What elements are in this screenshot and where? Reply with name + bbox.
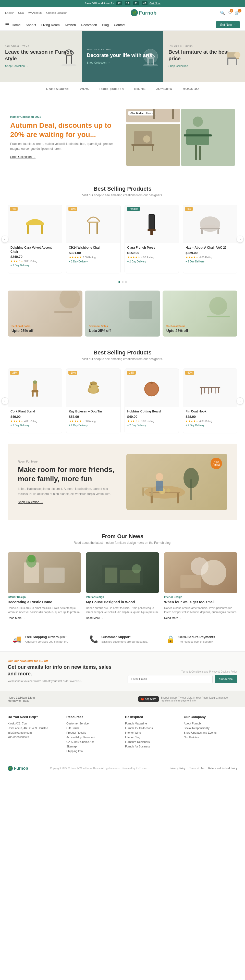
hamburger-icon[interactable]: ☰ [5,22,9,28]
news-link-3[interactable]: Read More → [164,616,237,619]
bestselling-1-title: Best Selling Products [5,186,240,192]
svg-rect-16 [153,109,155,119]
footer-res-1[interactable]: Gift Cards [66,727,120,730]
brand-2[interactable]: vitra. [80,87,89,91]
nav-blog[interactable]: Blog [102,23,109,27]
logo[interactable]: 🌿 Furnob [131,9,156,16]
wishlist-icon[interactable]: ♡ 3 [228,11,232,15]
location-selector[interactable]: Choose Location [46,11,67,14]
nav-contact[interactable]: Contact [114,23,125,27]
footer-res-0[interactable]: Customer Service [66,722,120,725]
news-card-3: Interior Design When four walls get too … [164,552,237,619]
carousel-prev-2[interactable]: ‹ [1,398,8,404]
carousel-next-1[interactable]: › [237,235,244,243]
news-image-2 [86,552,159,593]
nav-kitchen[interactable]: Kitchen [65,23,76,27]
currency-selector[interactable]: USD [18,11,24,14]
promo-banner-2[interactable]: Sectional Sofas Upto 25% off [85,291,160,337]
svg-rect-24 [199,146,201,160]
privacy-policy-link[interactable]: Privacy Policy [170,767,185,770]
footer-insp-4[interactable]: Furniture Designers [125,740,179,743]
nav-home[interactable]: Home [12,23,21,27]
bottom-logo[interactable]: 🌿 Furnob [8,766,28,771]
footer-resources-col: Resources Customer Service Gift Cards Pr… [66,715,120,754]
app-store-badge[interactable]: 🍎 App Store [138,696,159,702]
footer-insp-0[interactable]: Furnob Magazine [125,722,179,725]
footer-comp-3[interactable]: Our Policies [184,736,237,739]
footer-help-email[interactable]: info@example.com [8,731,61,734]
news-link-1[interactable]: Read More → [8,616,81,619]
refund-policy-link[interactable]: Return and Refund Policy [208,767,237,770]
newsletter-email-input[interactable] [128,675,213,683]
brand-6[interactable]: HOGSBO [183,87,199,91]
product-price-8: $28.00 [185,415,196,418]
room-decoration-circle: NewArrival [210,458,222,469]
brand-4[interactable]: NICHE [134,87,146,91]
my-account-link[interactable]: My Account [28,11,43,14]
contact-hours-text: Hours 11:30am-12pm [8,696,35,699]
news-link-2[interactable]: Read More → [86,616,159,619]
terms-link[interactable]: Terms of Use [190,767,204,770]
nav-decoration[interactable]: Decoration [81,23,97,27]
footer-comp-1[interactable]: Social Responsibility [184,727,237,730]
timer-ms: 43 [142,1,147,5]
footer-res-5[interactable]: Sitemap [66,745,120,748]
footer-insp-5[interactable]: Furnob for Business [125,745,179,748]
footer-res-4[interactable]: CA Supply Chains Act [66,740,120,743]
carousel-next-2[interactable]: › [237,398,244,404]
product-info-5: Cork Plant Stand $49.00 ★★★★☆ 4.00 Ratin… [8,407,62,429]
feature-security-text: 100% Secure Payments The highest level o… [178,635,215,644]
product-price-row-4: $229.00 [185,251,234,255]
news-tag-1: Interior Design [8,596,81,598]
header-icons: 🔍 ♡ 3 🛒 2 [220,11,240,15]
carousel-prev-1[interactable]: ‹ [1,235,8,243]
support-icon: 📞 [89,635,98,643]
cart-icon[interactable]: 🛒 2 [235,11,240,15]
delivery-6: + 2 Day Delivery [69,424,118,427]
get-now-link[interactable]: Get Now [150,2,161,5]
footer-insp-1[interactable]: Furnob TV Collections [125,727,179,730]
newsletter-subscribe-button[interactable]: Subscribe [215,675,237,683]
search-icon[interactable]: 🔍 [220,11,225,15]
rating-count-2: 5.00 Rating [83,256,96,259]
footer-insp-3[interactable]: Interior Blog [125,736,179,739]
footer-grid: Do You Need Help? Kiosk #C1, 7pm Unit Fa… [8,715,237,754]
promo-banner-1[interactable]: Sectional Sofas Upto 25% off [8,291,82,337]
security-title: 100% Secure Payments [178,635,215,639]
footer-comp-2[interactable]: Store Updates and Events [184,731,237,734]
product-rating-4: ★★★★☆ 4.00 Rating [185,256,234,259]
rating-count-7: 3.00 Rating [141,420,154,423]
brand-1[interactable]: Crate&Barrel [46,87,70,91]
get-now-button[interactable]: Get Now → [216,21,240,29]
dot-3[interactable] [125,281,127,283]
feature-support-text: Customer Support Satisfied customers are… [101,635,148,644]
autumn-shop-link[interactable]: Shop Collection → [10,155,119,159]
svg-rect-8 [153,59,153,65]
footer-res-2[interactable]: Product Recalls [66,731,120,734]
brand-3[interactable]: louis paulsen [100,87,124,91]
room-tag: Room For More [18,460,119,463]
bestselling-2-title: Best Selling Products [5,349,240,356]
footer-insp-2[interactable]: Interior Wins [125,731,179,734]
room-shop-link[interactable]: Shop Collection → [18,500,119,504]
footer-res-3[interactable]: Accessibility Statement [66,736,120,739]
language-selector[interactable]: English [5,11,14,14]
dot-2[interactable] [122,281,123,283]
footer-comp-0[interactable]: About Furnob [184,722,237,725]
svg-rect-64 [201,388,202,395]
hero-banner-1: 10% OFF ALL ITEMS Leave the season in Fu… [0,31,82,82]
dot-1[interactable] [119,281,120,283]
footer-res-6[interactable]: Shipping Info [66,749,120,752]
hero-image-2 [141,43,161,69]
brand-5[interactable]: JOYBIRD [156,87,172,91]
svg-point-47 [209,297,227,315]
footer-inspired-col: Be Inspired Furnob Magazine Furnob TV Co… [125,715,179,754]
footer-help-phone[interactable]: +80-0000234543 [8,736,61,739]
delivery-4: + 2 Day Delivery [185,260,234,263]
nav-living-room[interactable]: Living Room [41,23,60,27]
svg-rect-20 [186,129,209,145]
promo-banner-3[interactable]: Sectional Sofas Upto 25% off [163,291,237,337]
nav-shop[interactable]: Shop ▾ [26,23,36,27]
svg-rect-82 [156,480,163,491]
autumn-image-1: Clint Durban · France [126,109,180,123]
